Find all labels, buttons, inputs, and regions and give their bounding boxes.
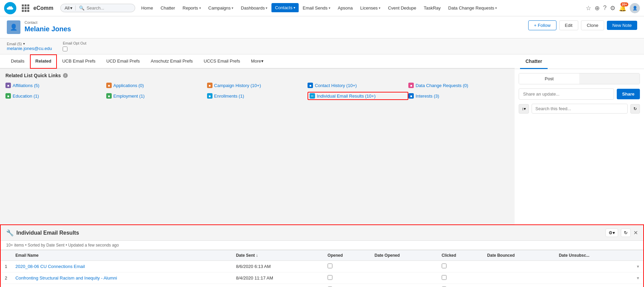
email-results-panel: 🔧 Individual Email Results ⚙▾ ↻ ✕ 10+ it…	[0, 224, 644, 287]
nav-taskray[interactable]: TaskRay	[420, 3, 444, 13]
quick-link-applications[interactable]: ■ Applications (0)	[106, 82, 207, 89]
row-num: 2	[1, 272, 11, 284]
quick-link-campaign-history[interactable]: ■ Campaign History (10+)	[207, 82, 308, 89]
col-date-bounced[interactable]: Date Bounced	[483, 250, 555, 261]
row-dropdown-icon[interactable]: ▾	[637, 264, 639, 269]
notification-badge: 20+	[621, 2, 628, 6]
panel-close-button[interactable]: ✕	[633, 230, 638, 236]
search-scope[interactable]: All ▾	[65, 5, 76, 11]
quick-links-info-icon[interactable]: i	[63, 73, 68, 78]
contact-label: Contact	[25, 20, 71, 24]
nav-campaigns[interactable]: Campaigns▾	[205, 3, 237, 13]
app-grid-icon[interactable]	[22, 4, 29, 12]
edit-button[interactable]: Edit	[559, 20, 578, 30]
quick-link-interests[interactable]: ■ Interests (3)	[408, 92, 509, 100]
notification-icon[interactable]: 🔔 20+	[619, 4, 626, 12]
panel-refresh-button[interactable]: ↻	[621, 229, 631, 237]
tab-details[interactable]: Details	[5, 54, 30, 69]
tab-anschutz-email-prefs[interactable]: Anschutz Email Prefs	[145, 54, 199, 69]
clone-button[interactable]: Clone	[581, 20, 604, 30]
quick-link-data-change-requests[interactable]: ■ Data Change Requests (0)	[408, 82, 509, 89]
nav-licenses[interactable]: Licenses▾	[357, 3, 384, 13]
table-row: 2 Confronting Structural Racism and Ineq…	[1, 272, 643, 284]
chatter-refresh-button[interactable]: ↻	[630, 104, 640, 114]
chatter-tab-chatter[interactable]: Chatter	[520, 54, 548, 69]
chatter-post-tab[interactable]: Post	[519, 73, 579, 84]
salesforce-logo[interactable]	[4, 2, 16, 14]
email-value[interactable]: melanie.jones@cu.edu	[7, 46, 52, 51]
clicked-checkbox[interactable]	[442, 275, 446, 280]
chatter-share-button[interactable]: Share	[617, 89, 640, 99]
contact-name[interactable]: Melanie Jones	[25, 25, 71, 33]
date-sent-cell: 8/6/2020 6:13 AM	[232, 261, 324, 272]
panel-header: 🔧 Individual Email Results ⚙▾ ↻ ✕	[1, 225, 643, 241]
quick-link-employment[interactable]: ■ Employment (1)	[106, 92, 207, 100]
date-opened-cell	[371, 284, 438, 287]
nav-dashboards[interactable]: Dashboards▾	[237, 3, 271, 13]
quick-link-contact-history[interactable]: ■ Contact History (10+)	[308, 82, 408, 89]
date-opened-cell	[371, 261, 438, 272]
email-dropdown-icon[interactable]: ▾	[23, 42, 25, 46]
nav-cvent[interactable]: Cvent Dedupe	[384, 3, 420, 13]
tab-ucd-email-prefs[interactable]: UCD Email Prefs	[101, 54, 145, 69]
content-area: Details Related UCB Email Prefs UCD Emai…	[0, 54, 644, 224]
new-note-button[interactable]: New Note	[607, 21, 637, 30]
col-date-opened[interactable]: Date Opened	[371, 250, 438, 261]
clicked-cell	[438, 261, 483, 272]
campaign-history-icon: ■	[207, 83, 213, 88]
search-icon: 🔍	[79, 5, 84, 11]
tab-more[interactable]: More▾	[246, 54, 269, 69]
email-link[interactable]: Confronting Structural Racism and Inequi…	[15, 275, 117, 281]
row-dropdown-icon[interactable]: ▾	[637, 275, 639, 281]
col-opened[interactable]: Opened	[324, 250, 371, 261]
quick-link-individual-email-results[interactable]: ✏ Individual Email Results (10+)	[308, 92, 408, 100]
nav-email-sends[interactable]: Email Sends▾	[299, 3, 334, 13]
tab-uccs-email-prefs[interactable]: UCCS Email Prefs	[198, 54, 246, 69]
tab-related[interactable]: Related	[30, 54, 57, 69]
col-clicked[interactable]: Clicked	[438, 250, 483, 261]
settings-icon[interactable]: ⚙	[610, 4, 615, 12]
top-nav: eComm All ▾ 🔍 Home Chatter Reports▾ Camp…	[0, 0, 644, 16]
affiliations-icon: ■	[5, 83, 11, 88]
email-link[interactable]: 2020_08-06 CU Connections Email	[15, 264, 85, 269]
nav-reports[interactable]: Reports▾	[179, 3, 204, 13]
contact-header: 👤 Contact Melanie Jones + Follow Edit Cl…	[0, 16, 644, 38]
opened-checkbox[interactable]	[328, 264, 332, 268]
col-date-unsub[interactable]: Date Unsubsc...	[555, 250, 633, 261]
col-date-sent[interactable]: Date Sent ↓	[232, 250, 324, 261]
chatter-update-input[interactable]	[519, 88, 614, 100]
help-icon[interactable]: ?	[603, 4, 607, 12]
clicked-checkbox[interactable]	[442, 264, 446, 268]
quick-link-affiliations[interactable]: ■ Affiliations (5)	[5, 82, 106, 89]
clicked-cell	[438, 272, 483, 284]
chatter-sort-button[interactable]: ↕▾	[519, 104, 529, 114]
follow-button[interactable]: + Follow	[528, 20, 556, 30]
date-opened-cell	[371, 272, 438, 284]
nav-data-change[interactable]: Data Change Requests▾	[445, 3, 500, 13]
chatter-poll-tab[interactable]	[579, 73, 640, 84]
nav-chatter[interactable]: Chatter	[157, 3, 178, 13]
search-input[interactable]	[87, 5, 141, 11]
col-num	[1, 250, 11, 261]
quick-links-title: Related List Quick Links	[5, 73, 61, 78]
panel-settings-button[interactable]: ⚙▾	[606, 229, 618, 237]
opened-checkbox[interactable]	[328, 275, 332, 280]
data-change-icon: ■	[408, 83, 414, 88]
email-name-cell: 2020_08-06 CU Connections Email	[11, 261, 232, 272]
tabs-bar: Details Related UCB Email Prefs UCD Emai…	[0, 54, 515, 69]
results-table: Email Name Date Sent ↓ Opened Date Opene…	[1, 250, 643, 287]
add-icon[interactable]: ⊕	[595, 4, 600, 12]
favorites-icon[interactable]: ☆	[586, 4, 591, 12]
chatter-search-input[interactable]	[532, 104, 628, 114]
col-email-name[interactable]: Email Name	[11, 250, 232, 261]
email-name-cell: Confronting Structural Racism and Inequi…	[11, 272, 232, 284]
nav-apsona[interactable]: Apsona	[334, 3, 356, 13]
tab-ucb-email-prefs[interactable]: UCB Email Prefs	[57, 54, 101, 69]
nav-contacts[interactable]: Contacts▾	[271, 3, 298, 13]
avatar[interactable]: 👤	[630, 3, 640, 13]
nav-home[interactable]: Home	[138, 3, 157, 13]
email-opt-out-checkbox[interactable]	[63, 47, 67, 51]
quick-link-education[interactable]: ■ Education (1)	[5, 92, 106, 100]
quick-link-enrollments[interactable]: ■ Enrollments (1)	[207, 92, 308, 100]
nav-links: Home Chatter Reports▾ Campaigns▾ Dashboa…	[138, 3, 580, 13]
